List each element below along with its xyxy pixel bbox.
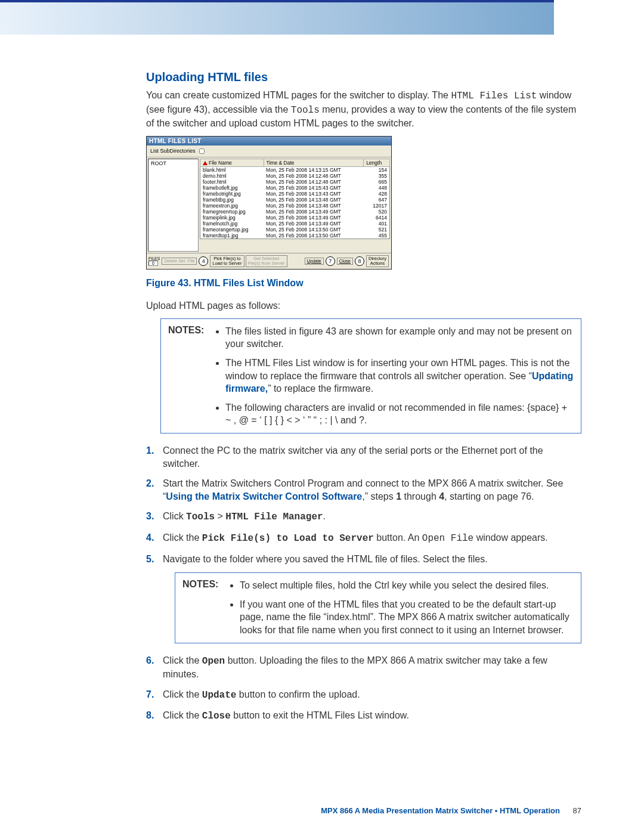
notes-box-1: NOTES: The files listed in figure 43 are…: [160, 318, 581, 433]
upload-intro: Upload HTML pages as follows:: [146, 299, 581, 312]
top-accent-bar: [0, 0, 554, 35]
screenshot-body: ROOT File Name Time & Date Length blank.…: [147, 157, 391, 253]
table-row[interactable]: footer.htmlMon, 25 Feb 2008 14:12:48 GMT…: [200, 179, 390, 185]
steps-list-continued: 6. Click the Open button. Uploading the …: [146, 654, 581, 723]
step-1: 1.Connect the PC to the matrix switcher …: [146, 444, 581, 470]
content-area: Uploading HTML files You can create cust…: [0, 35, 644, 742]
file-table: File Name Time & Date Length blank.htmlM…: [200, 159, 390, 239]
step-4: 4. Click the Pick File(s) to Load to Ser…: [146, 531, 581, 546]
footer-page-number: 87: [573, 806, 581, 815]
table-row[interactable]: framelnotch.jpgMon, 25 Feb 2008 14:13:49…: [200, 221, 390, 227]
step-5: 5.Navigate to the folder where you saved…: [146, 553, 581, 566]
code-tools: Tools: [291, 105, 320, 116]
table-row[interactable]: frameiplink.jpgMon, 25 Feb 2008 14:13:49…: [200, 215, 390, 221]
note-item: The files listed in figure 43 are shown …: [225, 325, 574, 351]
notes-list-1: The files listed in figure 43 are shown …: [215, 325, 574, 427]
col-date[interactable]: Time & Date: [264, 159, 364, 166]
tree-root: ROOT: [151, 160, 166, 166]
table-row[interactable]: frameorangertop.jpgMon, 25 Feb 2008 14:1…: [200, 227, 390, 233]
callout-7: 7: [326, 256, 335, 266]
step-2: 2. Start the Matrix Switchers Control Pr…: [146, 477, 581, 503]
table-row[interactable]: framebotleft.jpgMon, 25 Feb 2008 14:15:4…: [200, 185, 390, 191]
step-8: 8. Click the Close button to exit the HT…: [146, 709, 581, 723]
subdir-checkbox[interactable]: [199, 148, 205, 154]
directory-actions-button[interactable]: Directory Actions: [366, 255, 389, 268]
note-item: If you want one of the HTML files that y…: [240, 598, 574, 637]
note-item: The HTML Files List window is for insert…: [225, 357, 574, 395]
delete-file-button[interactable]: Delete Sel. File: [162, 258, 197, 265]
table-row[interactable]: demo.htmlMon, 25 Feb 2008 14:12:48 GMT35…: [200, 173, 390, 179]
footer-title: MPX 866 A Media Presentation Matrix Swit…: [321, 806, 560, 815]
subdir-label: List SubDirectories: [150, 148, 196, 154]
screenshot-toolbar: FILES 0 Delete Sel. File 4 Pick File(s) …: [147, 253, 391, 270]
intro-text-1: You can create customized HTML pages for…: [146, 90, 451, 100]
link-control-software[interactable]: Using the Matrix Switcher Control Softwa…: [166, 491, 362, 501]
window-title: HTML FILES LIST: [147, 137, 391, 145]
files-label: FILES 0: [148, 256, 160, 266]
page-footer: MPX 866 A Media Presentation Matrix Swit…: [321, 806, 581, 815]
pick-files-button[interactable]: Pick File(s) to Load to Server: [210, 255, 244, 268]
page: Uploading HTML files You can create cust…: [0, 0, 644, 833]
notes-label: NOTES:: [182, 579, 225, 636]
notes-label: NOTES:: [168, 325, 211, 427]
figure-caption: Figure 43. HTML Files List Window: [146, 278, 581, 289]
tree-pane[interactable]: ROOT: [148, 159, 199, 252]
file-list-pane: File Name Time & Date Length blank.htmlM…: [200, 159, 390, 252]
col-length[interactable]: Length: [364, 159, 390, 166]
callout-8: 8: [355, 256, 364, 266]
table-row[interactable]: framebotright.jpgMon, 25 Feb 2008 14:13:…: [200, 191, 390, 197]
step-6: 6. Click the Open button. Uploading the …: [146, 654, 581, 681]
table-row[interactable]: framerdtop1.jpgMon, 25 Feb 2008 14:13:50…: [200, 233, 390, 239]
notes-box-2: NOTES: To select multiple files, hold th…: [175, 572, 581, 643]
get-selected-button[interactable]: Get Selected File(s) from Server: [246, 255, 287, 268]
code-html-files-list: HTML Files List: [451, 91, 537, 101]
note-item: To select multiple files, hold the Ctrl …: [240, 579, 574, 592]
table-header-row: File Name Time & Date Length: [200, 159, 390, 166]
alert-icon: [203, 161, 208, 165]
callout-4: 4: [199, 256, 208, 266]
notes-list-2: To select multiple files, hold the Ctrl …: [229, 579, 574, 636]
steps-list: 1.Connect the PC to the matrix switcher …: [146, 444, 581, 565]
close-button[interactable]: Close: [337, 258, 353, 265]
table-row[interactable]: framebtbg.jpgMon, 25 Feb 2008 14:13:48 G…: [200, 197, 390, 203]
intro-paragraph: You can create customized HTML pages for…: [146, 89, 581, 130]
update-button[interactable]: Update: [305, 258, 324, 265]
screenshot-window: HTML FILES LIST List SubDirectories ROOT…: [146, 136, 392, 270]
table-row[interactable]: blank.htmlMon, 25 Feb 2008 14:13:15 GMT1…: [200, 166, 390, 173]
note-item: The following characters are invalid or …: [225, 401, 574, 427]
section-heading: Uploading HTML files: [146, 70, 581, 84]
figure-43: HTML FILES LIST List SubDirectories ROOT…: [146, 136, 581, 289]
subdirectories-row: List SubDirectories: [147, 145, 391, 157]
step-3: 3. Click Tools > HTML File Manager.: [146, 510, 581, 524]
col-file[interactable]: File Name: [200, 159, 264, 166]
step-7: 7. Click the Update button to confirm th…: [146, 688, 581, 702]
table-row[interactable]: frameextron.jpgMon, 25 Feb 2008 14:13:48…: [200, 203, 390, 209]
table-row[interactable]: framegreenrtop.jpgMon, 25 Feb 2008 14:13…: [200, 209, 390, 215]
